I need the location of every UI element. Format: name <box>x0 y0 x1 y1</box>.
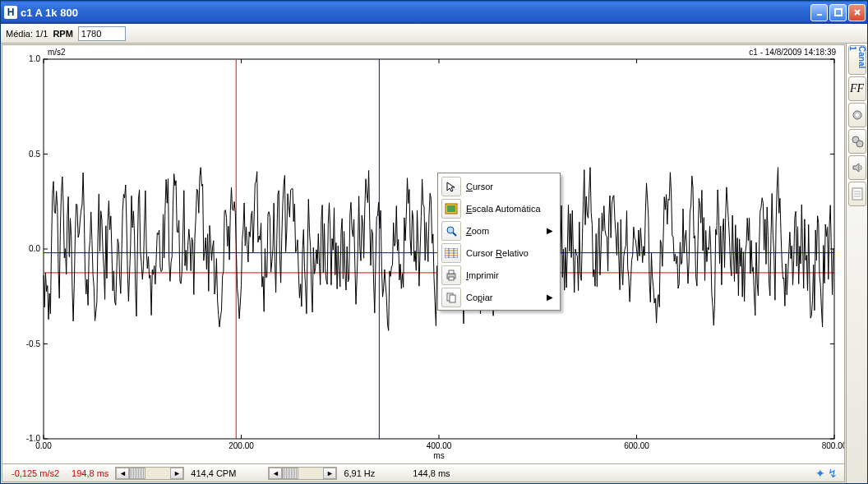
menu-copy-label: Copiar <box>466 293 542 302</box>
status-delta: 144,8 ms <box>407 466 455 481</box>
window-title: c1 A 1k 800 <box>21 7 810 19</box>
svg-rect-51 <box>449 270 454 274</box>
svg-text:-0.5: -0.5 <box>26 339 41 348</box>
menu-cursor-label: Cursor <box>466 182 553 191</box>
svg-rect-1 <box>835 9 842 16</box>
plot-panel: m/s2 c1 - 14/8/2009 14:18:39 0,162 RMS 0… <box>2 44 845 482</box>
svg-text:0.00: 0.00 <box>35 441 52 450</box>
autoscale-icon <box>441 199 461 219</box>
gear-button-2[interactable] <box>848 129 866 154</box>
svg-rect-41 <box>447 205 455 212</box>
menu-print-label: Imprimir <box>466 270 553 280</box>
copy-icon <box>441 288 461 307</box>
app-window: H c1 A 1k 800 Média: 1/1 RPM m/s2 c1 - 1… <box>0 0 868 484</box>
channel-button[interactable]: Canal 1 <box>848 45 866 75</box>
svg-text:0.5: 0.5 <box>29 150 40 159</box>
svg-text:1.0: 1.0 <box>29 54 40 63</box>
maximize-button[interactable] <box>829 4 847 21</box>
menu-cursor-relative[interactable]: Cursor Relativo <box>440 242 558 264</box>
titlebar: H c1 A 1k 800 <box>1 1 867 24</box>
menu-autoscale[interactable]: Escala Automática <box>440 197 558 219</box>
doc-button[interactable] <box>848 182 866 206</box>
menu-print[interactable]: Imprimir <box>440 264 558 286</box>
svg-rect-54 <box>450 295 455 302</box>
menu-copy[interactable]: Copiar ▶ <box>440 286 558 308</box>
chart-svg[interactable]: -1.0-0.50.00.51.00.00200.00400.00600.008… <box>2 45 844 463</box>
svg-text:200.00: 200.00 <box>229 441 254 450</box>
menu-zoom-label: Zoom <box>466 226 542 236</box>
cursor-relative-icon <box>441 243 461 263</box>
submenu-arrow-icon: ▶ <box>547 293 553 302</box>
status-hz: 6,91 Hz <box>338 466 381 481</box>
media-label: Média: 1/1 <box>6 29 48 39</box>
minimize-button[interactable] <box>810 4 828 21</box>
rpm-input[interactable] <box>78 26 126 41</box>
hscroll-1[interactable]: ◄► <box>115 467 184 480</box>
svg-text:600.00: 600.00 <box>624 441 649 450</box>
svg-line-43 <box>453 233 456 236</box>
context-menu: Cursor Escala Automática Zoom ▶ Cursor R… <box>437 173 561 311</box>
svg-point-56 <box>856 113 859 117</box>
hscroll-2[interactable]: ◄► <box>268 467 337 480</box>
close-button[interactable] <box>848 4 866 21</box>
svg-point-58 <box>856 141 863 147</box>
svg-text:800.00: 800.00 <box>822 441 844 450</box>
status-icon-2[interactable]: ↯ <box>828 467 838 480</box>
status-icon-1[interactable]: ✦ <box>815 467 825 480</box>
plot-area[interactable]: m/s2 c1 - 14/8/2009 14:18:39 0,162 RMS 0… <box>2 45 844 463</box>
svg-text:400.00: 400.00 <box>427 441 452 450</box>
status-cpm: 414,4 CPM <box>185 466 242 481</box>
right-toolbar: Canal 1 FF <box>846 44 867 483</box>
gear-button-1[interactable] <box>848 103 866 127</box>
toolbar: Média: 1/1 RPM <box>1 24 867 44</box>
status-y: -0,125 m/s2 <box>6 466 65 481</box>
menu-cursor[interactable]: Cursor <box>440 175 558 197</box>
status-x: 194,8 ms <box>66 466 114 481</box>
menu-cursor-relative-label: Cursor Relativo <box>466 248 553 258</box>
menu-zoom[interactable]: Zoom ▶ <box>440 219 558 242</box>
sound-button[interactable] <box>848 155 866 180</box>
svg-rect-52 <box>449 277 454 280</box>
zoom-icon <box>441 221 461 241</box>
rpm-label: RPM <box>53 29 72 39</box>
svg-point-42 <box>447 227 454 233</box>
ff-button[interactable]: FF <box>848 76 866 101</box>
app-icon: H <box>4 6 17 19</box>
print-icon <box>441 265 461 285</box>
cursor-icon <box>441 177 461 196</box>
submenu-arrow-icon: ▶ <box>547 226 553 235</box>
svg-text:0.0: 0.0 <box>29 244 40 253</box>
statusbar: -0,125 m/s2 194,8 ms ◄► 414,4 CPM ◄► 6,9… <box>2 463 844 482</box>
svg-text:ms: ms <box>433 451 444 460</box>
menu-autoscale-label: Escala Automática <box>466 204 553 214</box>
